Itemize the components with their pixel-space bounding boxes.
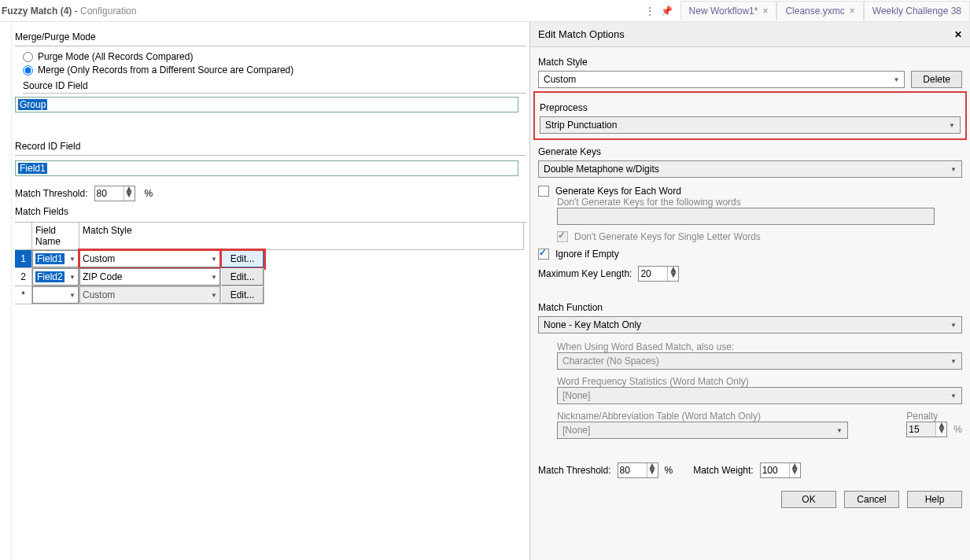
wordfreq-label: Word Frequency Statistics (Word Match On… xyxy=(557,376,962,387)
chevron-down-icon[interactable]: ▼ xyxy=(790,469,800,474)
gen-each-word-checkbox[interactable] xyxy=(538,186,549,197)
fieldname-combo[interactable]: ▼ xyxy=(32,286,79,304)
cancel-button[interactable]: Cancel xyxy=(844,491,899,508)
penalty-spinner: ▲▼ xyxy=(906,422,947,437)
tab-label: New Workflow1* xyxy=(689,6,758,17)
row-num[interactable]: * xyxy=(15,286,32,304)
tab-label: Weekly Challenge 38 xyxy=(872,6,961,17)
chevron-down-icon: ▼ xyxy=(950,358,957,365)
mth-label: Match Threshold: xyxy=(538,465,611,476)
percent-label: % xyxy=(665,465,673,476)
radio-label: Purge Mode (All Records Compared) xyxy=(38,51,193,62)
mw-spinner[interactable]: ▲▼ xyxy=(760,462,801,478)
matchstyle-value: ZIP Code xyxy=(83,271,122,282)
row-num[interactable]: 1 xyxy=(15,250,32,268)
radio-label: Merge (Only Records from a Different Sou… xyxy=(38,64,293,76)
col-rownum xyxy=(15,223,32,250)
generate-keys-combo[interactable]: Double Metaphone w/Digits▼ xyxy=(538,160,962,178)
delete-button[interactable]: Delete xyxy=(911,71,962,88)
match-threshold-spinner[interactable]: ▲▼ xyxy=(94,186,135,201)
match-function-label: Match Function xyxy=(538,302,962,313)
kebab-icon[interactable]: ⋮ xyxy=(645,6,655,17)
word-based-combo: Character (No Spaces)▼ xyxy=(557,352,962,370)
chevron-down-icon[interactable]: ▼ xyxy=(124,192,135,197)
title-sep: - xyxy=(72,6,80,17)
chevron-down-icon[interactable]: ▼ xyxy=(949,122,955,129)
chevron-down-icon[interactable]: ▼ xyxy=(950,166,957,173)
max-key-length-input[interactable] xyxy=(639,267,667,281)
fieldname-combo[interactable]: Field2▼ xyxy=(32,268,79,286)
match-fields-label: Match Fields xyxy=(15,206,526,217)
edit-button[interactable]: Edit... xyxy=(221,268,264,286)
row-num[interactable]: 2 xyxy=(15,268,32,286)
mth-input[interactable] xyxy=(618,463,647,477)
matchstyle-value: Custom xyxy=(83,253,115,264)
generate-keys-value: Double Metaphone w/Digits xyxy=(544,164,659,175)
chevron-down-icon[interactable]: ▼ xyxy=(893,76,899,83)
match-style-label: Match Style xyxy=(538,57,962,68)
max-key-length-label: Maximum Key Length: xyxy=(538,268,632,279)
match-threshold-label: Match Threshold: xyxy=(15,188,88,199)
ignore-empty-label: Ignore if Empty xyxy=(555,249,619,260)
matchstyle-combo[interactable]: Custom▼ xyxy=(79,286,220,304)
close-icon[interactable]: × xyxy=(762,6,768,17)
sourceid-combo[interactable]: Group xyxy=(15,97,518,112)
ok-button[interactable]: OK xyxy=(781,491,836,508)
tab-label: Cleanse.yxmc xyxy=(785,6,844,17)
nickname-label: Nickname/Abbreviation Table (Word Match … xyxy=(557,411,900,422)
penalty-label: Penalty xyxy=(906,411,962,422)
fieldname-combo[interactable]: Field1▼ xyxy=(32,250,79,267)
help-button[interactable]: Help xyxy=(907,491,962,508)
panel-rail[interactable] xyxy=(0,22,12,560)
match-function-value: None - Key Match Only xyxy=(544,319,641,330)
chevron-down-icon[interactable]: ▼ xyxy=(647,469,658,474)
recordid-combo[interactable]: Field1 xyxy=(15,160,518,176)
workflow-tab[interactable]: Cleanse.yxmc × xyxy=(776,1,863,20)
chevron-down-icon[interactable]: ▼ xyxy=(69,256,76,263)
edit-button[interactable]: Edit... xyxy=(221,250,264,267)
matchstyle-combo[interactable]: Custom▼ xyxy=(79,250,220,267)
chevron-down-icon: ▼ xyxy=(950,392,957,400)
workflow-tab[interactable]: New Workflow1* × xyxy=(680,1,777,20)
workflow-tab[interactable]: Weekly Challenge 38 xyxy=(864,1,970,20)
chevron-down-icon[interactable]: ▼ xyxy=(950,322,957,329)
sourceid-label: Source ID Field xyxy=(23,80,526,91)
chevron-down-icon[interactable]: ▼ xyxy=(69,274,76,281)
chevron-down-icon[interactable]: ▼ xyxy=(211,256,217,263)
mth-spinner[interactable]: ▲▼ xyxy=(618,462,658,478)
mw-input[interactable] xyxy=(761,463,789,477)
edit-button[interactable]: Edit... xyxy=(221,286,264,304)
chevron-down-icon[interactable]: ▼ xyxy=(211,274,217,281)
fieldname-value: Field2 xyxy=(35,271,65,282)
single-letter-label: Don't Generate Keys for Single Letter Wo… xyxy=(574,231,761,242)
matchstyle-combo[interactable]: ZIP Code▼ xyxy=(79,268,220,286)
radio-purge[interactable]: Purge Mode (All Records Compared) xyxy=(23,51,526,62)
wordfreq-combo: [None]▼ xyxy=(557,387,962,404)
radio-input[interactable] xyxy=(23,65,33,76)
chevron-down-icon[interactable]: ▼ xyxy=(668,272,678,278)
match-function-combo[interactable]: None - Key Match Only▼ xyxy=(538,316,962,333)
close-icon[interactable]: ✕ xyxy=(954,29,962,40)
recordid-label: Record ID Field xyxy=(15,141,526,152)
fieldname-value: Field1 xyxy=(35,253,65,264)
tool-title: Fuzzy Match (4) xyxy=(2,6,72,17)
single-letter-checkbox xyxy=(557,231,568,242)
penalty-input xyxy=(907,422,935,437)
chevron-down-icon[interactable]: ▼ xyxy=(211,292,217,299)
nickname-value: [None] xyxy=(562,425,590,436)
chevron-down-icon[interactable]: ▼ xyxy=(69,292,76,299)
radio-merge[interactable]: Merge (Only Records from a Different Sou… xyxy=(23,64,526,76)
match-threshold-input[interactable] xyxy=(95,186,124,201)
nickname-combo: [None]▼ xyxy=(557,422,848,439)
ignore-empty-checkbox[interactable] xyxy=(538,249,549,260)
pin-icon[interactable]: 📌 xyxy=(661,6,673,17)
max-key-length-spinner[interactable]: ▲▼ xyxy=(638,266,679,282)
preprocess-combo[interactable]: Strip Punctuation▼ xyxy=(540,116,961,134)
mw-label: Match Weight: xyxy=(693,465,753,476)
radio-input[interactable] xyxy=(23,52,33,62)
tool-subtitle: Configuration xyxy=(80,6,136,17)
match-style-combo[interactable]: Custom▼ xyxy=(538,71,905,88)
close-icon[interactable]: × xyxy=(850,6,855,17)
wordfreq-value: [None] xyxy=(562,390,590,401)
preprocess-label: Preprocess xyxy=(540,102,961,113)
